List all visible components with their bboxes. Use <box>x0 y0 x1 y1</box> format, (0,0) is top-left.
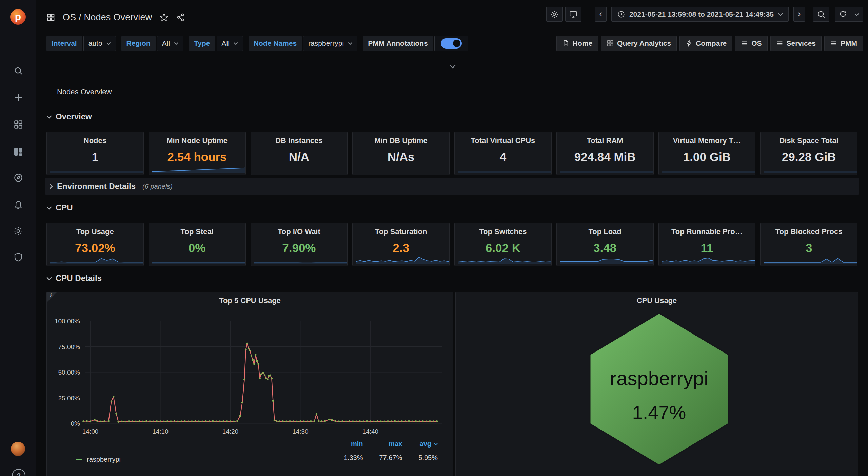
star-icon[interactable] <box>159 13 169 22</box>
settings-gear-icon[interactable] <box>0 226 36 236</box>
stat-panel[interactable]: Top Usage73.02% <box>46 223 144 266</box>
node-names-label: Node Names <box>249 36 302 51</box>
legend-avg-header[interactable]: avg <box>418 440 438 448</box>
section-environment-details[interactable]: Environment Details (6 panels) <box>45 178 859 195</box>
percona-logo[interactable]: p <box>10 9 26 25</box>
collapse-row-caret[interactable] <box>450 64 456 69</box>
node-hexagon[interactable]: raspberrypi 1.47% <box>588 311 730 467</box>
time-range-text: 2021-05-21 13:59:08 to 2021-05-21 14:49:… <box>629 10 774 18</box>
pmm-dashboards-icon[interactable] <box>0 146 36 157</box>
stat-title[interactable]: Top Steal <box>149 227 245 236</box>
refresh-button[interactable] <box>835 7 851 21</box>
stat-title[interactable]: Top Blocked Procs <box>761 227 857 236</box>
stat-title[interactable]: Min Node Uptime <box>149 136 245 145</box>
panel-title[interactable]: CPU Usage <box>456 296 858 305</box>
zoom-out-button[interactable] <box>813 7 829 22</box>
svg-text:25.00%: 25.00% <box>58 395 80 402</box>
svg-text:50.00%: 50.00% <box>58 369 80 376</box>
sidebar: p ? <box>0 0 36 476</box>
apps-grid-icon <box>46 13 55 22</box>
dashboard-text-header: Nodes Overview <box>57 88 112 96</box>
stat-sparkline <box>152 252 246 264</box>
legend-min-header[interactable]: min <box>344 440 363 448</box>
plus-icon[interactable] <box>0 92 36 102</box>
link-services-button[interactable]: Services <box>770 36 822 51</box>
stat-title[interactable]: Top I/O Wait <box>251 227 348 236</box>
stat-title[interactable]: Min DB Uptime <box>353 136 449 145</box>
dashboard-settings-button[interactable] <box>546 7 563 22</box>
time-range-picker[interactable]: 2021-05-21 13:59:08 to 2021-05-21 14:49:… <box>611 7 789 22</box>
refresh-interval-dropdown[interactable] <box>851 7 863 21</box>
stat-title[interactable]: Top Saturation <box>353 227 449 236</box>
filter-region: Region All <box>121 36 184 51</box>
stat-panel[interactable]: Disk Space Total29.28 GiB <box>760 132 857 175</box>
dashboards-icon[interactable] <box>0 119 36 130</box>
stat-title[interactable]: Nodes <box>47 136 143 145</box>
svg-text:14:40: 14:40 <box>362 428 379 435</box>
link-pmm-button[interactable]: PMM <box>824 36 863 51</box>
time-shift-back-button[interactable]: ‹ <box>595 7 607 22</box>
stat-sparkline <box>50 161 144 173</box>
alerting-bell-icon[interactable] <box>0 199 36 209</box>
stat-title[interactable]: DB Instances <box>251 136 348 145</box>
svg-text:14:10: 14:10 <box>152 428 169 435</box>
link-home-button[interactable]: Home <box>556 36 598 51</box>
stat-panel[interactable]: Total Virtual CPUs4 <box>454 132 552 175</box>
stat-title[interactable]: Disk Space Total <box>761 136 857 145</box>
pmm-annotations-toggle[interactable] <box>434 36 468 51</box>
stat-panel[interactable]: Top Saturation2.3 <box>352 223 450 266</box>
stat-title[interactable]: Top Runnable Pro… <box>659 227 755 236</box>
chevron-down-icon <box>106 42 111 45</box>
node-names-select[interactable]: raspberrypi <box>303 36 357 51</box>
svg-text:14:00: 14:00 <box>82 428 99 435</box>
stat-sparkline <box>764 161 857 173</box>
security-shield-icon[interactable] <box>0 252 36 262</box>
stat-title[interactable]: Top Load <box>557 227 653 236</box>
link-query-analytics-button[interactable]: Query Analytics <box>601 36 677 51</box>
stat-title[interactable]: Top Usage <box>47 227 143 236</box>
share-icon[interactable] <box>176 13 185 22</box>
link-compare-button[interactable]: Compare <box>679 36 732 51</box>
user-avatar[interactable] <box>11 442 25 456</box>
interval-select[interactable]: auto <box>83 36 116 51</box>
menu-icon <box>830 40 837 47</box>
explore-compass-icon[interactable] <box>0 173 36 183</box>
section-overview[interactable]: Overview <box>46 112 92 121</box>
stat-panel[interactable]: Total RAM924.84 MiB <box>556 132 654 175</box>
region-select[interactable]: All <box>157 36 183 51</box>
legend-max-header[interactable]: max <box>379 440 402 448</box>
chevron-down-icon <box>348 42 352 45</box>
stat-title[interactable]: Total Virtual CPUs <box>455 136 551 145</box>
section-cpu[interactable]: CPU <box>46 203 73 212</box>
chevron-down-icon <box>854 13 859 16</box>
svg-text:14:30: 14:30 <box>292 428 309 435</box>
stat-sparkline <box>152 161 246 173</box>
chevron-down-icon <box>234 42 238 45</box>
stat-panel[interactable]: Top Runnable Pro…11 <box>658 223 756 266</box>
stat-panel[interactable]: Min DB UptimeN/As <box>352 132 450 175</box>
stat-title[interactable]: Virtual Memory T… <box>659 136 755 145</box>
time-shift-forward-button[interactable]: › <box>793 7 805 22</box>
type-select[interactable]: All <box>217 36 243 51</box>
cycle-view-monitor-button[interactable] <box>565 7 581 22</box>
stat-title[interactable]: Top Switches <box>455 227 551 236</box>
stat-panel[interactable]: Virtual Memory T…1.00 GiB <box>658 132 756 175</box>
stat-panel[interactable]: Top Blocked Procs3 <box>760 223 857 266</box>
section-cpu-details[interactable]: CPU Details <box>46 273 102 283</box>
menu-icon <box>776 40 784 47</box>
stat-panel[interactable]: Top Steal0% <box>149 223 246 266</box>
stat-panel[interactable]: DB InstancesN/A <box>251 132 348 175</box>
stat-panel[interactable]: Top Load3.48 <box>556 223 654 266</box>
chevron-down-icon <box>778 13 783 16</box>
stat-panel[interactable]: Top I/O Wait7.90% <box>251 223 348 266</box>
help-icon[interactable]: ? <box>12 469 25 476</box>
stat-title[interactable]: Total RAM <box>557 136 653 145</box>
search-icon[interactable] <box>0 66 36 76</box>
stat-panel[interactable]: Nodes1 <box>46 132 144 175</box>
legend-series-raspberrypi[interactable]: raspberrypi <box>76 456 121 463</box>
panel-title[interactable]: Top 5 CPU Usage <box>47 296 453 305</box>
link-os-button[interactable]: OS <box>735 36 767 51</box>
stat-panel[interactable]: Top Switches6.02 K <box>454 223 552 266</box>
stat-sparkline <box>458 252 552 264</box>
stat-panel[interactable]: Min Node Uptime2.54 hours <box>149 132 246 175</box>
